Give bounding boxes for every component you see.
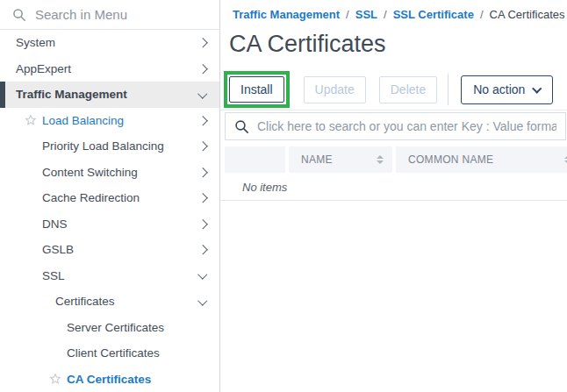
table-empty-message: No items: [242, 181, 567, 194]
sidebar-item-server-certificates[interactable]: Server Certificates: [0, 315, 219, 341]
chevron-down-icon: [197, 296, 207, 305]
sidebar-item-cache-redirection[interactable]: Cache Redirection: [0, 185, 219, 211]
chevron-down-icon: [197, 269, 207, 279]
breadcrumb-link-ssl-certificate[interactable]: SSL Certificate: [393, 8, 474, 21]
sidebar-nav: System AppExpert Traffic Management Load…: [0, 30, 219, 392]
app-window: System AppExpert Traffic Management Load…: [0, 0, 567, 392]
sidebar-item-priority-load-balancing[interactable]: Priority Load Balancing: [0, 133, 219, 160]
sidebar-item-content-switching[interactable]: Content Switching: [0, 160, 219, 186]
chevron-right-icon: [197, 193, 207, 203]
install-button-highlight: Install: [224, 71, 290, 108]
chevron-right-icon: [197, 38, 207, 47]
breadcrumb-link-ssl[interactable]: SSL: [355, 8, 377, 21]
main-content: Traffic Management / SSL / SSL Certifica…: [220, 0, 567, 392]
sidebar: System AppExpert Traffic Management Load…: [0, 0, 220, 392]
star-icon[interactable]: [49, 373, 61, 385]
chevron-right-icon: [197, 245, 207, 254]
table-panel: NAME COMMON NAME No items: [220, 110, 567, 201]
chevron-right-icon: [197, 116, 207, 125]
column-header-select: [225, 146, 285, 173]
install-button[interactable]: Install: [229, 76, 284, 103]
sidebar-item-ssl[interactable]: SSL: [0, 263, 219, 289]
chevron-down-icon: [533, 83, 542, 93]
no-action-dropdown[interactable]: No action: [461, 75, 553, 104]
no-action-label: No action: [473, 82, 525, 96]
page-title: CA Certificates: [229, 31, 567, 58]
sidebar-item-client-certificates[interactable]: Client Certificates: [0, 340, 219, 367]
sidebar-item-certificates[interactable]: Certificates: [0, 289, 219, 315]
column-header-name[interactable]: NAME: [289, 146, 392, 173]
update-button[interactable]: Update: [304, 76, 366, 103]
toolbar: Install Update Delete No action: [220, 71, 567, 108]
menu-search-input[interactable]: [35, 7, 209, 22]
breadcrumb-current: CA Certificates: [490, 8, 565, 21]
table-header: NAME COMMON NAME: [225, 146, 567, 173]
breadcrumb-link-traffic-management[interactable]: Traffic Management: [233, 8, 340, 21]
breadcrumb-separator: /: [346, 8, 349, 21]
chevron-right-icon: [197, 219, 207, 229]
sidebar-item-ca-certificates[interactable]: CA Certificates: [0, 367, 219, 392]
table-bottom-divider: [220, 200, 567, 201]
chevron-right-icon: [197, 141, 207, 151]
sort-icon[interactable]: [377, 155, 384, 164]
breadcrumb-separator: /: [384, 8, 387, 21]
sidebar-item-gslb[interactable]: GSLB: [0, 237, 219, 263]
chevron-down-icon: [197, 89, 207, 98]
sidebar-item-system[interactable]: System: [0, 30, 219, 56]
toolbar-divider: [448, 74, 449, 105]
chevron-right-icon: [197, 64, 207, 74]
sidebar-item-traffic-management[interactable]: Traffic Management: [0, 82, 219, 108]
breadcrumb: Traffic Management / SSL / SSL Certifica…: [233, 8, 563, 21]
breadcrumb-separator: /: [480, 8, 484, 21]
column-header-common-name[interactable]: COMMON NAME: [396, 146, 567, 173]
chevron-right-icon: [197, 167, 207, 177]
search-icon: [12, 7, 26, 23]
sidebar-item-dns[interactable]: DNS: [0, 211, 219, 238]
table-search-input[interactable]: [257, 119, 556, 133]
table-search[interactable]: [225, 112, 566, 140]
menu-search[interactable]: [0, 0, 219, 30]
star-icon[interactable]: [25, 114, 37, 126]
search-icon: [234, 119, 249, 134]
delete-button[interactable]: Delete: [379, 76, 437, 103]
sidebar-item-load-balancing[interactable]: Load Balancing: [0, 108, 219, 134]
sidebar-item-appexpert[interactable]: AppExpert: [0, 56, 219, 82]
